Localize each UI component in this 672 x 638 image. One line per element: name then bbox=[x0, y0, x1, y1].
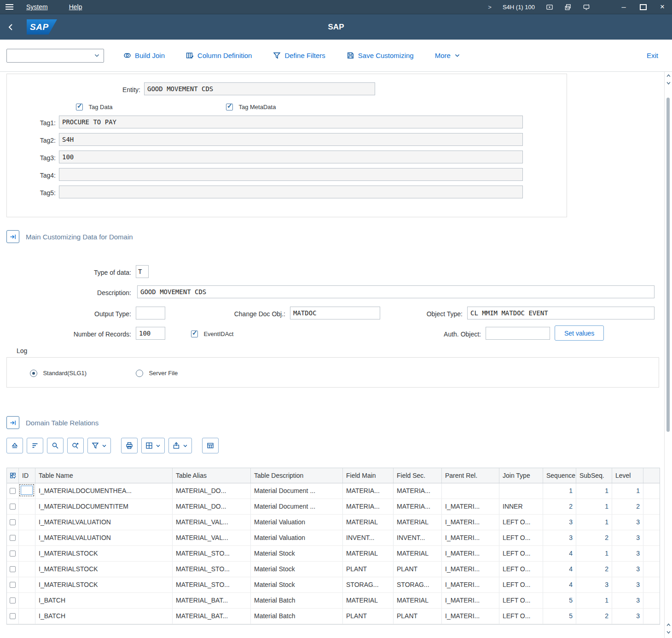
table-cell[interactable] bbox=[19, 577, 35, 592]
table-cell[interactable]: INVENT... bbox=[343, 530, 394, 545]
build-join-button[interactable]: Build Join bbox=[123, 52, 165, 59]
log-serverfile-radio[interactable] bbox=[136, 370, 143, 377]
table-cell[interactable] bbox=[19, 530, 35, 545]
table-cell[interactable]: MATERIAL bbox=[394, 515, 442, 530]
table-cell[interactable]: I_MATERIALSTOCK bbox=[35, 562, 173, 577]
table-cell[interactable]: PLANT bbox=[394, 609, 442, 624]
table-cell[interactable]: Material Batch bbox=[251, 609, 343, 624]
table-cell[interactable]: 1 bbox=[612, 483, 643, 499]
scroll-up-icon[interactable] bbox=[665, 74, 672, 78]
layout-combobox[interactable] bbox=[6, 49, 104, 63]
menu-help[interactable]: Help bbox=[69, 3, 82, 11]
table-cell[interactable]: MATERIAL bbox=[343, 593, 394, 608]
row-select-cell[interactable] bbox=[7, 609, 19, 624]
scroll-down-icon[interactable] bbox=[665, 630, 672, 634]
close-button[interactable]: × bbox=[658, 2, 666, 12]
define-filters-button[interactable]: Define Filters bbox=[273, 52, 325, 59]
column-header[interactable]: SubSeq. bbox=[576, 468, 612, 483]
table-cell[interactable]: LEFT O... bbox=[499, 515, 543, 530]
table-cell[interactable]: 2 bbox=[612, 499, 643, 514]
table-cell[interactable]: Material Document ... bbox=[251, 483, 343, 499]
table-cell[interactable]: PLANT bbox=[343, 609, 394, 624]
save-customizing-button[interactable]: Save Customizing bbox=[347, 52, 414, 59]
table-cell[interactable]: 2 bbox=[576, 530, 612, 545]
entity-input[interactable] bbox=[144, 82, 375, 95]
row-select-cell[interactable] bbox=[7, 483, 19, 499]
table-row[interactable]: I_MATERIALSTOCKMATERIAL_STO...Material S… bbox=[7, 577, 660, 593]
table-row[interactable]: I_MATERIALSTOCKMATERIAL_STO...Material S… bbox=[7, 546, 660, 562]
event-id-act-checkbox[interactable] bbox=[191, 331, 198, 337]
layout-settings-button[interactable] bbox=[202, 438, 219, 453]
more-button[interactable]: More bbox=[435, 52, 460, 59]
table-cell[interactable]: I_BATCH bbox=[35, 593, 173, 608]
table-cell[interactable]: 3 bbox=[612, 546, 643, 561]
table-cell[interactable]: 3 bbox=[576, 577, 612, 592]
table-cell[interactable]: MATERIAL_DO... bbox=[173, 483, 251, 499]
scroll-up-icon[interactable] bbox=[665, 623, 672, 627]
table-cell[interactable]: STORAG... bbox=[394, 577, 442, 592]
table-cell[interactable]: LEFT O... bbox=[499, 577, 543, 592]
table-cell[interactable]: MATERIAL bbox=[343, 515, 394, 530]
tag5-input[interactable] bbox=[59, 186, 523, 198]
table-cell[interactable]: LEFT O... bbox=[499, 593, 543, 608]
table-cell[interactable] bbox=[19, 483, 35, 499]
table-cell[interactable]: 2 bbox=[576, 562, 612, 577]
column-header[interactable]: Level bbox=[612, 468, 643, 483]
table-cell[interactable]: MATERIAL_STO... bbox=[173, 562, 251, 577]
table-cell[interactable]: PLANT bbox=[394, 562, 442, 577]
table-cell[interactable]: 3 bbox=[612, 609, 643, 624]
table-cell[interactable]: I_MATERI... bbox=[442, 609, 499, 624]
row-select-cell[interactable] bbox=[7, 546, 19, 561]
description-input[interactable] bbox=[137, 285, 655, 298]
table-cell[interactable]: I_MATERI... bbox=[442, 515, 499, 530]
table-cell[interactable]: Material Valuation bbox=[251, 530, 343, 545]
table-cell[interactable]: 1 bbox=[543, 483, 576, 499]
tray-toggle-button[interactable] bbox=[6, 230, 19, 243]
scroll-down-icon[interactable] bbox=[665, 81, 672, 85]
table-cell[interactable]: 4 bbox=[543, 546, 576, 561]
table-cell[interactable]: 3 bbox=[612, 577, 643, 592]
tag1-input[interactable] bbox=[59, 116, 523, 128]
table-cell[interactable]: Material Stock bbox=[251, 577, 343, 592]
table-cell[interactable]: 1 bbox=[576, 515, 612, 530]
table-cell[interactable] bbox=[19, 593, 35, 608]
row-checkbox[interactable] bbox=[10, 535, 16, 541]
table-cell[interactable]: PLANT bbox=[343, 562, 394, 577]
table-cell[interactable]: I_MATERIALVALUATION bbox=[35, 515, 173, 530]
table-cell[interactable]: MATERIAL_VAL... bbox=[173, 515, 251, 530]
output-type-input[interactable] bbox=[136, 307, 165, 319]
select-all-header[interactable] bbox=[7, 468, 19, 483]
tag-metadata-checkbox[interactable] bbox=[226, 104, 233, 110]
monitor-icon[interactable] bbox=[583, 4, 590, 11]
row-select-cell[interactable] bbox=[7, 562, 19, 577]
table-cell[interactable]: 3 bbox=[612, 515, 643, 530]
play-window-icon[interactable] bbox=[546, 4, 553, 11]
column-header[interactable]: Table Name bbox=[35, 468, 173, 483]
column-header[interactable]: Field Main bbox=[343, 468, 394, 483]
table-cell[interactable]: 3 bbox=[543, 530, 576, 545]
row-select-cell[interactable] bbox=[7, 530, 19, 545]
table-cell[interactable]: 5 bbox=[543, 609, 576, 624]
tray-toggle-button[interactable] bbox=[6, 416, 19, 429]
table-cell[interactable]: LEFT O... bbox=[499, 546, 543, 561]
chevron-right-icon[interactable]: > bbox=[488, 4, 492, 11]
log-standard-radio[interactable] bbox=[30, 370, 37, 377]
table-cell[interactable]: 1 bbox=[576, 546, 612, 561]
row-checkbox[interactable] bbox=[10, 582, 16, 588]
minimize-button[interactable]: ─ bbox=[620, 4, 628, 11]
table-cell[interactable]: MATERIAL_BAT... bbox=[173, 593, 251, 608]
table-cell[interactable] bbox=[499, 483, 543, 499]
exit-button[interactable]: Exit bbox=[644, 51, 661, 60]
table-cell[interactable]: I_MATERIALDOCUMENTHEA... bbox=[35, 483, 173, 499]
object-type-input[interactable] bbox=[467, 307, 655, 319]
table-cell[interactable]: LEFT O... bbox=[499, 530, 543, 545]
table-row[interactable]: I_BATCHMATERIAL_BAT...Material BatchMATE… bbox=[7, 593, 660, 609]
table-cell[interactable]: MATERIA... bbox=[343, 499, 394, 514]
column-header[interactable]: Sequence bbox=[543, 468, 576, 483]
table-cell[interactable]: I_MATERIALDOCUMENTITEM bbox=[35, 499, 173, 514]
table-cell[interactable]: MATERIA... bbox=[394, 499, 442, 514]
table-cell[interactable]: 3 bbox=[612, 530, 643, 545]
table-row[interactable]: I_MATERIALDOCUMENTITEMMATERIAL_DO...Mate… bbox=[7, 499, 660, 515]
sort-descending-button[interactable] bbox=[27, 438, 43, 453]
table-cell[interactable]: Material Stock bbox=[251, 562, 343, 577]
